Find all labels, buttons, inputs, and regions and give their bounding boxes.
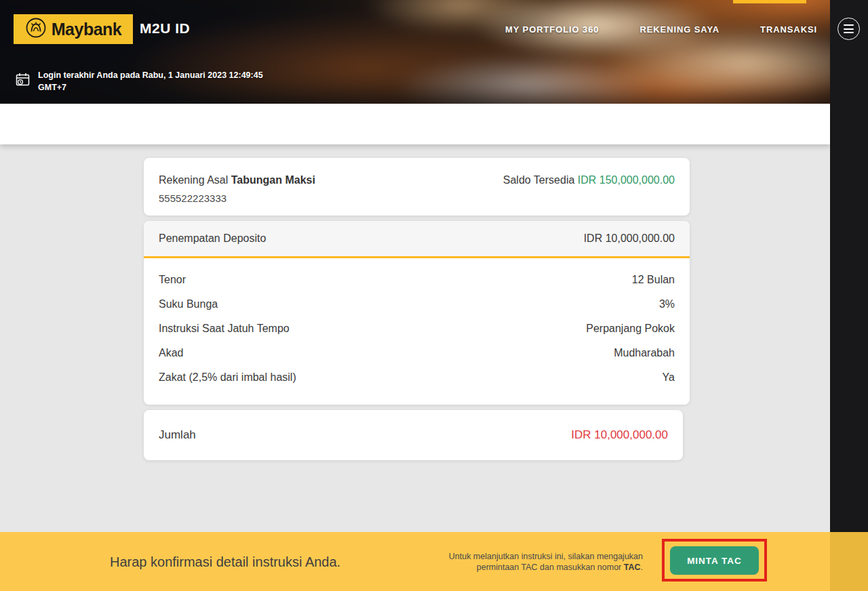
tac-instruction-line1: Untuk melanjutkan instruksi ini, silakan… [449,552,643,561]
detail-row: Instruksi Saat Jatuh Tempo Perpanjang Po… [159,317,675,341]
detail-label: Akad [159,347,183,359]
page: Maybank M2U ID MY PORTFOLIO 360 REKENING… [0,0,868,591]
detail-value: 3% [659,298,675,310]
detail-value: Perpanjang Pokok [586,323,675,335]
hamburger-circle-icon[interactable] [837,18,860,40]
detail-row: Akad Mudharabah [159,341,675,365]
active-tab-indicator [733,0,806,3]
detail-label: Instruksi Saat Jatuh Tempo [159,323,290,335]
nav-item-rekening-saya[interactable]: REKENING SAYA [639,24,719,35]
tac-instruction-text: Untuk melanjutkan instruksi ini, silakan… [449,551,643,573]
deposit-rows: Tenor 12 Bulan Suku Bunga 3% Instruksi S… [144,258,690,390]
total-value: IDR 10,000,000.00 [571,428,668,442]
maybank-wordmark: Maybank [52,20,121,39]
source-account-name: Tabungan Maksi [231,174,315,186]
detail-label: Suku Bunga [159,298,218,310]
header: Maybank M2U ID MY PORTFOLIO 360 REKENING… [0,0,830,104]
balance-label: Saldo Tersedia [503,174,578,186]
last-login-line2: GMT+7 [38,81,263,94]
balance-value: IDR 150,000,000.00 [578,174,675,186]
source-account-number: 555522223333 [159,192,315,204]
deposit-header: Penempatan Deposito IDR 10,000,000.00 [144,221,690,258]
total-label: Jumlah [159,428,196,442]
detail-label: Zakat (2,5% dari imbal hasil) [159,371,296,384]
nav-item-my-portfolio-360[interactable]: MY PORTFOLIO 360 [505,24,599,35]
source-account-label: Rekening Asal [159,174,231,186]
main-nav: MY PORTFOLIO 360 REKENING SAYA TRANSAKSI [505,0,817,58]
tac-instruction-suffix: . [641,563,643,572]
tac-instruction-line2: permintaan TAC dan masukkan nomor [477,563,624,572]
maybank-logo[interactable]: Maybank [14,14,133,44]
detail-row: Tenor 12 Bulan [159,268,675,292]
deposit-title: Penempatan Deposito [159,232,266,245]
last-login-line1: Login terakhir Anda pada Rabu, 1 Januari… [38,69,263,81]
detail-value: Mudharabah [614,347,675,359]
confirm-instruction-text: Harap konfirmasi detail instruksi Anda. [110,554,340,569]
deposit-amount: IDR 10,000,000.00 [584,232,675,245]
sub-header-bar [0,104,830,144]
detail-value: 12 Bulan [632,274,675,286]
minta-tac-button[interactable]: MINTA TAC [670,546,759,575]
footer-bar: Harap konfirmasi detail instruksi Anda. … [0,532,868,591]
right-rail [830,0,868,532]
detail-row: Zakat (2,5% dari imbal hasil) Ya [159,365,675,390]
last-login-info: Login terakhir Anda pada Rabu, 1 Januari… [15,69,263,94]
tiger-head-icon [25,17,47,41]
source-account-info: Rekening Asal Tabungan Maksi 55552222333… [159,174,315,216]
detail-row: Suku Bunga 3% [159,292,675,317]
deposit-details-card: Penempatan Deposito IDR 10,000,000.00 Te… [144,221,690,405]
app-name: M2U ID [140,20,190,37]
detail-value: Ya [663,371,675,384]
footer-main: Harap konfirmasi detail instruksi Anda. … [0,532,830,591]
available-balance: Saldo Tersedia IDR 150,000,000.00 [503,174,675,216]
source-account-card: Rekening Asal Tabungan Maksi 55552222333… [144,158,690,216]
total-amount-card: Jumlah IDR 10,000,000.00 [144,410,683,460]
nav-item-transaksi[interactable]: TRANSAKSI [760,24,817,35]
tac-instruction-bold: TAC [624,563,641,572]
detail-label: Tenor [159,274,186,286]
calendar-clock-icon [15,72,31,90]
